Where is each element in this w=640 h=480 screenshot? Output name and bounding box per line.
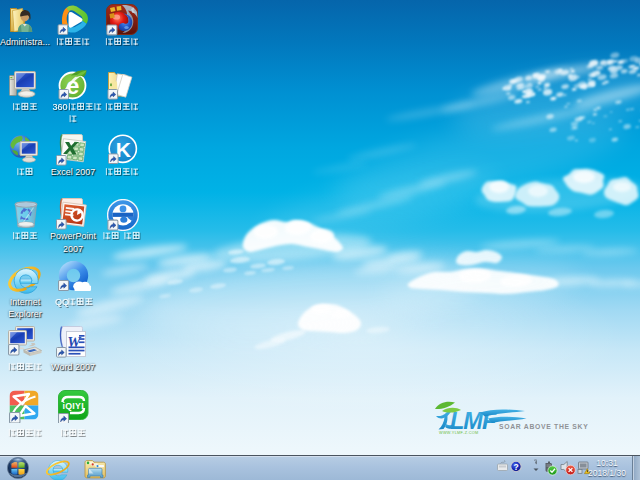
svg-text:360: 360: [53, 102, 68, 112]
svg-text:WWW.YLMF-Z.COM: WWW.YLMF-Z.COM: [439, 431, 478, 435]
svg-text:QQ: QQ: [55, 297, 69, 307]
svg-text:SOAR ABOVE THE SKY: SOAR ABOVE THE SKY: [499, 423, 588, 430]
svg-text:?: ?: [513, 462, 518, 472]
